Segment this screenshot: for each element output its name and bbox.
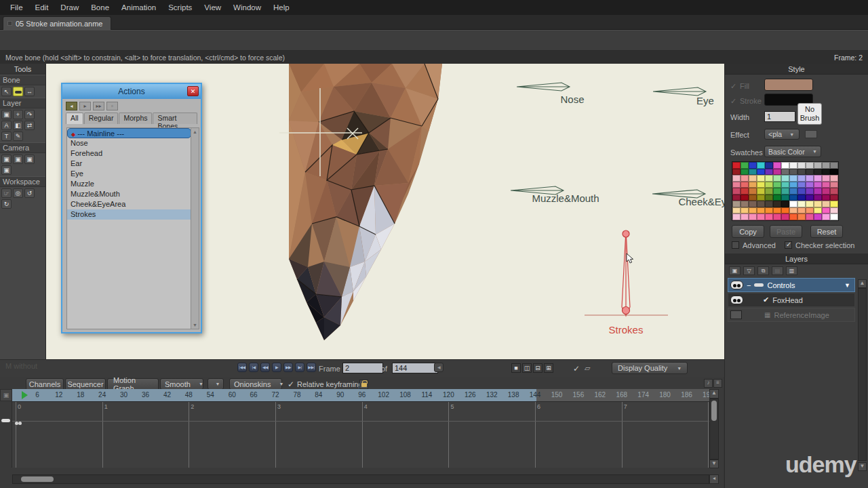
swatch-cell[interactable] [822, 214, 830, 220]
action-item-muzzle[interactable]: Muzzle [67, 179, 191, 189]
swatch-cell[interactable] [773, 214, 781, 220]
swatch-cell[interactable] [830, 175, 838, 182]
swatch-cell[interactable] [789, 207, 797, 214]
relative-keyframing-check-icon[interactable]: ✓ [288, 380, 294, 389]
swatch-cell[interactable] [822, 169, 830, 176]
swatch-cell[interactable] [765, 207, 773, 214]
timeline-track-area[interactable]: 012345678 [12, 401, 709, 468]
timeline-scroll-down-button[interactable]: ▼ [709, 460, 719, 468]
layer-visibility-checkbox[interactable] [730, 310, 742, 319]
actions-tab-smart-bones[interactable]: Smart Bones [153, 113, 197, 124]
insert-action-icon[interactable]: ▸▸ [93, 102, 104, 110]
translate-bone-tool-icon[interactable]: ↔ [24, 87, 35, 96]
swatch-cell[interactable] [765, 175, 773, 182]
swatch-cell[interactable] [757, 207, 765, 214]
step-back-button[interactable]: ◀◀ [260, 363, 270, 372]
frame-input[interactable] [342, 363, 383, 373]
swatch-cell[interactable] [814, 175, 822, 182]
duplicate-action-icon[interactable]: ▸ [79, 102, 91, 110]
swatch-cell[interactable] [806, 175, 814, 182]
select-bone-tool-icon[interactable]: ↖ [1, 87, 12, 96]
swatch-cell[interactable] [822, 207, 830, 214]
swatch-cell[interactable] [806, 169, 814, 176]
layer-visibility-eyes-icon[interactable] [730, 281, 743, 289]
swatch-cell[interactable] [789, 162, 797, 169]
swatch-cell[interactable] [732, 182, 741, 188]
timeline-horizontal-scrollbar[interactable] [12, 474, 709, 484]
prev-keyframe-button[interactable]: |◀ [249, 363, 258, 372]
swatches-dropdown[interactable]: Basic Colors.p▼ [764, 146, 821, 157]
swatch-cell[interactable] [830, 169, 838, 176]
jump-start-button[interactable]: |◀◀ [237, 363, 247, 372]
step-forward-button[interactable]: ▶▶ [283, 363, 293, 372]
swatch-cell[interactable] [773, 169, 781, 176]
swatch-cell[interactable] [806, 214, 814, 220]
eyedropper-tool-icon[interactable]: ✎ [13, 131, 23, 141]
shear-layer-tool-icon[interactable]: ◧ [13, 121, 23, 130]
swatch-cell[interactable] [781, 195, 789, 201]
interpolation-dropdown[interactable]: Smooth▼ [160, 378, 203, 390]
scroll-up-icon[interactable]: ▲ [191, 129, 199, 134]
menu-bone[interactable]: Bone [85, 1, 115, 14]
swatch-cell[interactable] [749, 188, 757, 195]
swatch-cell[interactable] [749, 169, 757, 176]
swatch-cell[interactable] [830, 182, 838, 188]
action-item-cheek-eyearea[interactable]: Cheek&EyeArea [67, 199, 191, 209]
timeline-options-button[interactable]: ≡ [713, 379, 722, 388]
layer-row-controls[interactable]: −Controls▼ [728, 278, 855, 292]
text-a-tool-icon[interactable]: A [1, 121, 12, 130]
stroke-width-input[interactable] [764, 111, 795, 122]
swatch-cell[interactable] [741, 195, 749, 201]
swatch-cell[interactable] [814, 162, 822, 169]
display-quality-dropdown[interactable]: Display Quality▼ [612, 362, 688, 374]
action-item-nose[interactable]: Nose [67, 138, 191, 148]
swatch-cell[interactable] [822, 175, 830, 182]
split-horizontal-view-button[interactable]: ⊟ [533, 363, 542, 373]
swatch-cell[interactable] [765, 162, 773, 169]
actions-tab-regular[interactable]: Regular [84, 113, 119, 124]
menu-scripts[interactable]: Scripts [162, 1, 198, 14]
swatch-cell[interactable] [830, 201, 838, 207]
swatch-cell[interactable] [732, 188, 741, 195]
swatch-cell[interactable] [757, 175, 765, 182]
swatch-cell[interactable] [830, 195, 838, 201]
swatch-cell[interactable] [806, 188, 814, 195]
close-icon[interactable]: ✕ [187, 86, 199, 96]
swatch-cell[interactable] [822, 201, 830, 207]
swatch-cell[interactable] [789, 195, 797, 201]
layers-scroll-up-button[interactable]: ▲ [858, 279, 867, 288]
swatch-cell[interactable] [797, 214, 806, 220]
swatch-cell[interactable] [757, 201, 765, 207]
swatch-cell[interactable] [789, 175, 797, 182]
swatch-cell[interactable] [749, 162, 757, 169]
swatch-cell[interactable] [765, 169, 773, 176]
extra-dropdown[interactable]: ▼ [208, 378, 224, 390]
swatch-cell[interactable] [765, 195, 773, 201]
swatch-cell[interactable] [814, 182, 822, 188]
copy-layer-icon[interactable]: ▥ [786, 266, 797, 275]
swatch-cell[interactable] [797, 169, 806, 176]
swatch-cell[interactable] [765, 214, 773, 220]
swatch-cell[interactable] [732, 175, 741, 182]
swatch-cell[interactable] [732, 201, 741, 207]
action-item-forehead[interactable]: Forehead [67, 148, 191, 159]
scroll-down-icon[interactable]: ▼ [191, 323, 199, 327]
swatch-cell[interactable] [741, 188, 749, 195]
swatch-cell[interactable] [732, 162, 741, 169]
jump-end-button[interactable]: ▶▶| [307, 363, 316, 372]
crop-view-icon[interactable]: ▱ [585, 364, 590, 373]
roll-camera-tool-icon[interactable]: ▣ [24, 155, 35, 164]
play-button[interactable]: ▶ [272, 363, 281, 372]
enable-check-icon[interactable]: ✓ [573, 364, 580, 373]
swatch-cell[interactable] [741, 169, 749, 176]
layer-row-referenceimage[interactable]: ▦ReferenceImage [728, 308, 855, 322]
swatch-cell[interactable] [830, 214, 838, 220]
swatch-cell[interactable] [789, 214, 797, 220]
swatch-cell[interactable] [765, 188, 773, 195]
actions-window[interactable]: Actions ✕ ◂▸▸▸▫ AllRegularMorphsSmart Bo… [61, 83, 202, 333]
transform-layer-tool-icon[interactable]: ▣ [1, 110, 12, 119]
swatch-cell[interactable] [732, 214, 741, 220]
frame-step-button[interactable]: ◀ [434, 363, 443, 372]
swatch-cell[interactable] [749, 175, 757, 182]
swatch-cell[interactable] [822, 162, 830, 169]
